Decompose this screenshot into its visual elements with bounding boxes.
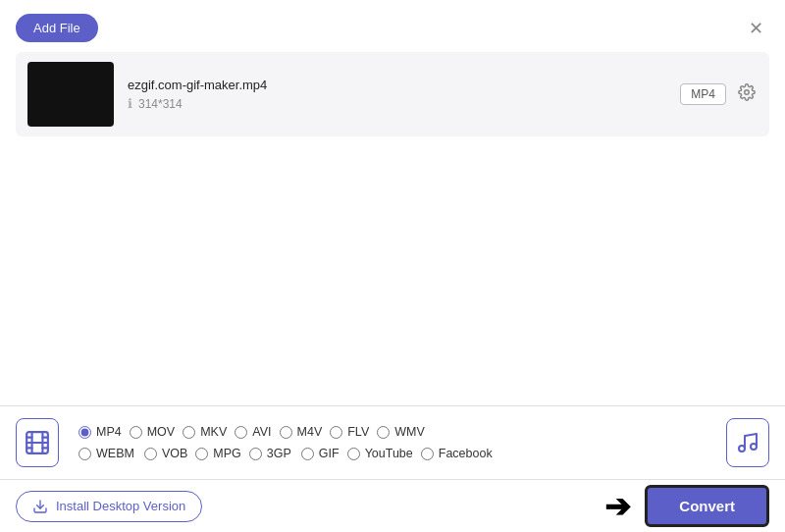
file-meta: ℹ 314*314 bbox=[128, 96, 666, 111]
footer: Install Desktop Version ➔ Convert bbox=[0, 479, 785, 532]
format-mov[interactable]: MOV bbox=[126, 423, 179, 441]
add-file-button[interactable]: Add File bbox=[16, 14, 98, 42]
format-vob[interactable]: VOB bbox=[138, 445, 191, 462]
format-mpg[interactable]: MPG bbox=[191, 445, 244, 462]
format-wmv[interactable]: WMV bbox=[373, 423, 429, 441]
footer-right: ➔ Convert bbox=[604, 485, 769, 527]
format-badge: MP4 bbox=[680, 83, 726, 105]
format-webm[interactable]: WEBM bbox=[75, 445, 138, 462]
file-actions: MP4 bbox=[680, 81, 758, 107]
format-mp4[interactable]: MP4 bbox=[75, 423, 126, 441]
format-flv[interactable]: FLV bbox=[326, 423, 373, 441]
convert-button[interactable]: Convert bbox=[645, 485, 769, 527]
svg-point-9 bbox=[739, 446, 745, 452]
file-thumbnail bbox=[27, 62, 114, 127]
install-label: Install Desktop Version bbox=[56, 499, 185, 513]
film-icon-wrap[interactable] bbox=[16, 418, 59, 467]
file-item: ezgif.com-gif-maker.mp4 ℹ 314*314 MP4 bbox=[16, 52, 769, 136]
settings-button[interactable] bbox=[736, 81, 758, 107]
format-gif[interactable]: GIF bbox=[295, 445, 343, 462]
music-icon-wrap[interactable] bbox=[726, 418, 769, 467]
download-icon bbox=[32, 499, 48, 514]
install-button[interactable]: Install Desktop Version bbox=[16, 491, 202, 522]
arrow-right-icon: ➔ bbox=[604, 488, 631, 525]
header: Add File ✕ bbox=[0, 0, 785, 52]
close-button[interactable]: ✕ bbox=[743, 18, 769, 39]
svg-point-10 bbox=[751, 444, 757, 450]
format-m4v[interactable]: M4V bbox=[276, 423, 327, 441]
svg-point-0 bbox=[745, 90, 750, 95]
music-icon bbox=[736, 431, 759, 454]
file-info: ezgif.com-gif-maker.mp4 ℹ 314*314 bbox=[128, 78, 666, 111]
format-panel: MP4 MOV MKV AVI M4V FLV WMV W bbox=[0, 405, 785, 477]
content-area bbox=[0, 136, 785, 362]
format-avi[interactable]: AVI bbox=[231, 423, 275, 441]
info-icon: ℹ bbox=[128, 96, 132, 111]
format-facebook[interactable]: Facebook bbox=[417, 445, 497, 462]
film-icon bbox=[25, 430, 50, 455]
file-list: ezgif.com-gif-maker.mp4 ℹ 314*314 MP4 bbox=[0, 52, 785, 136]
format-youtube[interactable]: YouTube bbox=[343, 445, 417, 462]
format-3gp[interactable]: 3GP bbox=[245, 445, 295, 462]
file-name: ezgif.com-gif-maker.mp4 bbox=[128, 78, 666, 92]
format-mkv[interactable]: MKV bbox=[179, 423, 231, 441]
file-resolution: 314*314 bbox=[138, 97, 183, 111]
